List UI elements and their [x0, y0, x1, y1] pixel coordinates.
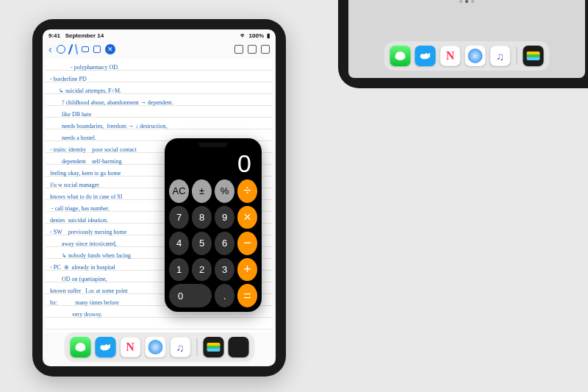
note-line: ? childhood abuse, abandonment → depende…	[50, 97, 268, 109]
calc-key-3[interactable]: 3	[215, 258, 234, 282]
share-icon[interactable]	[248, 45, 257, 54]
status-left: 9:41 September 14	[49, 32, 104, 39]
dock-app-twitter[interactable]	[415, 46, 436, 66]
status-bar: 9:41 September 14 ᯤ 100% ▮	[43, 29, 276, 41]
dock-app-news[interactable]	[120, 337, 140, 357]
calc-key-=[interactable]: =	[237, 284, 257, 307]
status-time: 9:41	[49, 32, 60, 39]
status-date: September 14	[65, 32, 104, 39]
note-line: needs boundaries, freedom → ↓ destructio…	[50, 121, 268, 132]
calc-key-ac[interactable]: AC	[169, 179, 189, 203]
dock-app-safari[interactable]	[465, 46, 486, 66]
note-line: ↳ suicidal attempts, F>M.	[50, 85, 268, 97]
calc-key-.[interactable]: .	[215, 284, 234, 307]
calc-key-0[interactable]: 0	[169, 284, 212, 307]
note-line: - polypharmacy OD.	[50, 62, 268, 74]
note-line: - borderline PD	[50, 74, 268, 85]
dock[interactable]	[64, 332, 254, 362]
calc-key-2[interactable]: 2	[192, 258, 212, 282]
dock[interactable]	[384, 41, 550, 71]
calc-key-4[interactable]: 4	[169, 232, 189, 255]
calc-key-8[interactable]: 8	[192, 206, 212, 229]
toolbar-right	[234, 45, 270, 54]
close-tool[interactable]: ✕	[105, 44, 115, 54]
battery-percent: 100%	[249, 32, 264, 39]
iphone-notch	[198, 143, 228, 147]
calculator-app-window[interactable]: 0 AC±%÷789×456−123+0.=	[165, 138, 262, 312]
calc-key-−[interactable]: −	[237, 232, 257, 255]
calculator-display: 0	[168, 149, 259, 178]
note-line: like DB hate	[50, 109, 268, 121]
add-icon[interactable]	[234, 45, 243, 54]
ipad-screen-right: Apple Watch 63% Apple Pencil 24% Directi…	[348, 0, 585, 78]
calc-key-9[interactable]: 9	[215, 206, 234, 229]
wifi-icon: ᯤ	[240, 32, 246, 39]
calc-key-±[interactable]: ±	[192, 179, 212, 203]
dock-separator	[517, 47, 517, 65]
dock-app-music[interactable]	[490, 46, 511, 66]
calc-key-5[interactable]: 5	[192, 232, 212, 255]
calc-key-6[interactable]: 6	[215, 232, 234, 255]
calc-key-7[interactable]: 7	[169, 206, 189, 229]
notes-toolbar: ‹ ✕	[43, 41, 276, 57]
lasso-tool[interactable]	[93, 46, 101, 53]
status-right: ᯤ 100% ▮	[240, 32, 270, 39]
dock-app-messages[interactable]	[390, 46, 411, 66]
dock-app-music[interactable]	[170, 337, 190, 357]
dock-app-messages[interactable]	[70, 337, 90, 357]
pen-tool[interactable]	[68, 44, 73, 54]
color-tool[interactable]	[57, 45, 65, 54]
ipad-device-left: 9:41 September 14 ᯤ 100% ▮ ‹ ✕	[32, 19, 286, 377]
dock-recent-wallet[interactable]	[523, 46, 544, 66]
ipad-device-right: Apple Watch 63% Apple Pencil 24% Directi…	[338, 0, 588, 88]
page-indicator[interactable]	[459, 0, 474, 3]
battery-icon: ▮	[267, 32, 270, 39]
calc-key-1[interactable]: 1	[169, 258, 189, 282]
more-icon[interactable]	[261, 45, 270, 54]
dock-app-safari[interactable]	[145, 337, 165, 357]
dock-app-news[interactable]	[440, 46, 461, 66]
highlighter-tool[interactable]	[74, 44, 77, 54]
calc-key-%[interactable]: %	[215, 179, 234, 203]
dock-app-twitter[interactable]	[95, 337, 115, 357]
eraser-tool[interactable]	[82, 46, 89, 52]
calc-key-×[interactable]: ×	[237, 206, 257, 229]
dock-recent-calc-app[interactable]	[228, 337, 248, 357]
dock-recent-wallet[interactable]	[203, 337, 223, 357]
dock-separator	[196, 338, 197, 356]
back-button[interactable]: ‹	[49, 43, 52, 55]
ipad-screen: 9:41 September 14 ᯤ 100% ▮ ‹ ✕	[43, 29, 276, 366]
calc-key-+[interactable]: +	[237, 258, 257, 282]
calc-key-÷[interactable]: ÷	[237, 179, 257, 203]
calculator-keypad: AC±%÷789×456−123+0.=	[168, 178, 259, 309]
